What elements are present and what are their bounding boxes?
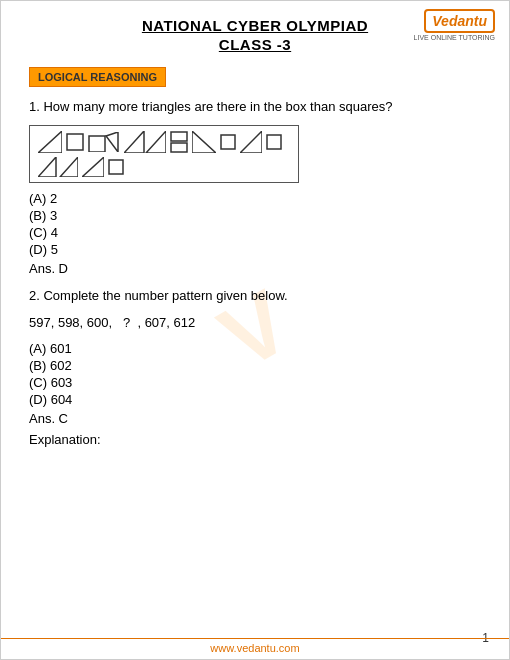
q2-text: 2. Complete the number pattern given bel… (29, 286, 481, 306)
svg-marker-5 (146, 131, 166, 153)
q1-options: (A) 2 (B) 3 (C) 4 (D) 5 (29, 191, 481, 257)
shape-triangle-1 (38, 131, 62, 153)
shape-two-squares (170, 131, 188, 153)
q2-option-b: (B) 602 (29, 358, 481, 373)
svg-marker-13 (60, 157, 78, 177)
shape-two-tri-2 (38, 157, 78, 177)
q2-options: (A) 601 (B) 602 (C) 603 (D) 604 (29, 341, 481, 407)
q1-text: 1. How many more triangles are there in … (29, 99, 392, 114)
svg-marker-8 (192, 131, 216, 153)
question-2-block: 2. Complete the number pattern given bel… (29, 286, 481, 447)
svg-rect-7 (171, 143, 187, 152)
title-sub: CLASS -3 (29, 36, 481, 53)
title-main: NATIONAL CYBER OLYMPIAD (29, 17, 481, 34)
svg-marker-4 (124, 131, 144, 153)
shape-tri-3 (240, 131, 262, 153)
shape-tri-4 (82, 157, 104, 177)
q1-answer: Ans. D (29, 261, 481, 276)
shape-sq-tri-1 (88, 132, 120, 152)
q1-option-a: (A) 2 (29, 191, 481, 206)
shape-square-1 (66, 133, 84, 151)
q2-explanation-label: Explanation: (29, 432, 481, 447)
svg-marker-10 (240, 131, 262, 153)
q1-option-b: (B) 3 (29, 208, 481, 223)
footer: www.vedantu.com (1, 638, 509, 654)
q2-option-d: (D) 604 (29, 392, 481, 407)
section-label: LOGICAL REASONING (29, 59, 481, 97)
footer-url: www.vedantu.com (210, 642, 299, 654)
svg-marker-0 (38, 131, 62, 153)
shape-two-triangles (124, 131, 166, 153)
q1-option-d: (D) 5 (29, 242, 481, 257)
page-header: NATIONAL CYBER OLYMPIAD CLASS -3 (29, 17, 481, 53)
svg-rect-1 (67, 134, 83, 150)
question-1: 1. How many more triangles are there in … (29, 97, 481, 117)
shape-sq-2 (220, 134, 236, 150)
svg-marker-3 (106, 132, 118, 152)
shape-sq-3 (266, 134, 282, 150)
svg-rect-2 (89, 136, 105, 152)
svg-rect-9 (221, 135, 235, 149)
svg-rect-15 (109, 160, 123, 174)
svg-rect-6 (171, 132, 187, 141)
q1-option-c: (C) 4 (29, 225, 481, 240)
shapes-box (29, 125, 299, 183)
shape-tri-2 (192, 131, 216, 153)
shape-sq-4 (108, 159, 124, 175)
svg-marker-12 (38, 157, 56, 177)
q2-option-c: (C) 603 (29, 375, 481, 390)
q2-option-a: (A) 601 (29, 341, 481, 356)
svg-rect-11 (267, 135, 281, 149)
q2-answer: Ans. C (29, 411, 481, 426)
svg-marker-14 (82, 157, 104, 177)
q2-pattern: 597, 598, 600, ? , 607, 612 (29, 313, 481, 333)
